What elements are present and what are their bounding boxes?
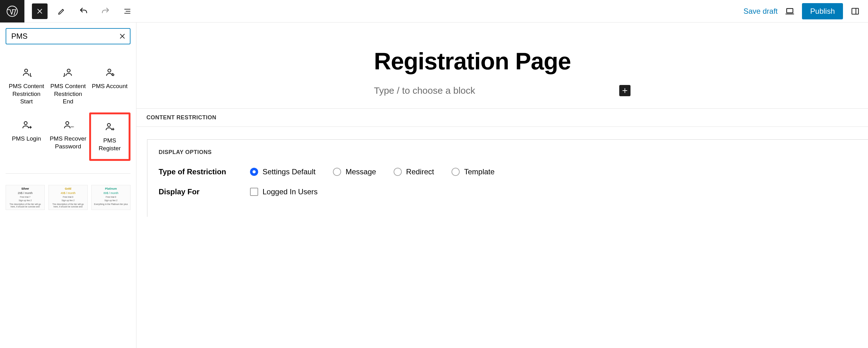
radio-indicator-icon: [452, 168, 460, 176]
svg-rect-2: [852, 8, 859, 14]
wp-logo-button[interactable]: [0, 0, 24, 23]
block-preview-panel: Silver 29$ / month Free trial 7 Sign up …: [6, 173, 130, 210]
edit-tool-button[interactable]: [54, 3, 69, 19]
content-restriction-heading: CONTENT RESTRICTION: [136, 108, 868, 127]
close-icon: [119, 33, 126, 40]
svg-point-9: [107, 124, 111, 127]
preview-tier-gold: Gold 49$ / month Free trial 0 Sign up fe…: [49, 185, 88, 210]
block-label: PMS Account: [92, 82, 127, 90]
block-pms-content-restriction-end[interactable]: PMS Content Restriction End: [48, 60, 89, 112]
radio-settings-default[interactable]: Settings Default: [250, 168, 315, 176]
block-pms-login[interactable]: PMS Login: [6, 112, 47, 161]
document-overview-button[interactable]: [120, 3, 135, 19]
svg-point-6: [24, 121, 27, 125]
radio-template[interactable]: Template: [452, 168, 494, 176]
redo-icon: [101, 6, 110, 16]
svg-point-7: [66, 121, 69, 125]
block-label: PMS Content Restriction End: [49, 82, 88, 106]
type-of-restriction-radios: Settings Default Message Redirect T: [250, 168, 495, 176]
laptop-icon: [785, 6, 795, 16]
preview-device-button[interactable]: [782, 3, 798, 19]
pencil-icon: [58, 7, 66, 15]
publish-button[interactable]: Publish: [802, 3, 843, 20]
svg-point-0: [7, 6, 17, 16]
block-label: PMS Register: [92, 137, 127, 152]
checkbox-indicator-icon: [250, 188, 258, 196]
block-pms-recover-password[interactable]: ***? PMS Recover Password: [48, 112, 89, 161]
svg-point-4: [67, 69, 70, 72]
preview-tier-platinum: Platinum 89$ / month Free trial 0 Sign u…: [91, 185, 130, 210]
user-password-icon: ***?: [63, 119, 74, 131]
redo-button[interactable]: [98, 3, 113, 19]
add-block-button[interactable]: [619, 85, 630, 96]
list-view-icon: [123, 7, 131, 15]
svg-point-3: [24, 69, 28, 72]
empty-block-prompt[interactable]: Type / to choose a block: [374, 83, 588, 98]
settings-panel-toggle[interactable]: [847, 3, 863, 19]
block-label: PMS Content Restriction Start: [7, 82, 46, 106]
checkbox-logged-in-users[interactable]: Logged In Users: [250, 187, 318, 196]
close-inserter-button[interactable]: [32, 3, 48, 19]
sidebar-panel-icon: [851, 7, 860, 15]
plus-icon: [622, 88, 628, 94]
display-options-heading: DISPLAY OPTIONS: [159, 149, 857, 155]
editor-canvas: Registration Page Type / to choose a blo…: [136, 23, 868, 348]
save-draft-button[interactable]: Save draft: [739, 4, 782, 19]
clear-search-button[interactable]: [117, 31, 128, 42]
block-results-grid: PMS Content Restriction Start PMS Conten…: [6, 60, 130, 161]
user-bracket-close-icon: [63, 67, 74, 78]
svg-rect-1: [787, 8, 793, 13]
type-of-restriction-label: Type of Restriction: [159, 168, 250, 176]
radio-indicator-icon: [333, 168, 341, 176]
editor-topbar: Save draft Publish: [0, 0, 868, 23]
radio-redirect[interactable]: Redirect: [394, 168, 434, 176]
undo-button[interactable]: [76, 3, 91, 19]
user-bracket-open-icon: [21, 67, 32, 78]
display-options-card: DISPLAY OPTIONS Type of Restriction Sett…: [147, 139, 868, 217]
page-title[interactable]: Registration Page: [374, 47, 630, 75]
svg-text:***?: ***?: [70, 126, 74, 129]
block-label: PMS Recover Password: [49, 135, 88, 150]
block-pms-account[interactable]: PMS Account: [89, 60, 130, 112]
wordpress-logo-icon: [6, 5, 19, 18]
user-edit-icon: [104, 67, 116, 78]
block-search-input[interactable]: [6, 28, 130, 44]
display-for-label: Display For: [159, 187, 250, 196]
block-inserter-panel: PMS Content Restriction Start PMS Conten…: [0, 23, 136, 348]
close-icon: [36, 8, 43, 15]
block-pms-register[interactable]: PMS Register: [89, 112, 130, 161]
undo-icon: [79, 6, 88, 16]
radio-indicator-icon: [250, 168, 258, 176]
block-pms-content-restriction-start[interactable]: PMS Content Restriction Start: [6, 60, 47, 112]
block-label: PMS Login: [12, 135, 41, 143]
user-plus-icon: [104, 121, 116, 133]
radio-indicator-icon: [394, 168, 402, 176]
user-arrow-icon: [21, 119, 32, 131]
radio-message[interactable]: Message: [333, 168, 376, 176]
svg-point-5: [107, 69, 111, 72]
preview-tier-silver: Silver 29$ / month Free trial 7 Sign up …: [6, 185, 45, 210]
